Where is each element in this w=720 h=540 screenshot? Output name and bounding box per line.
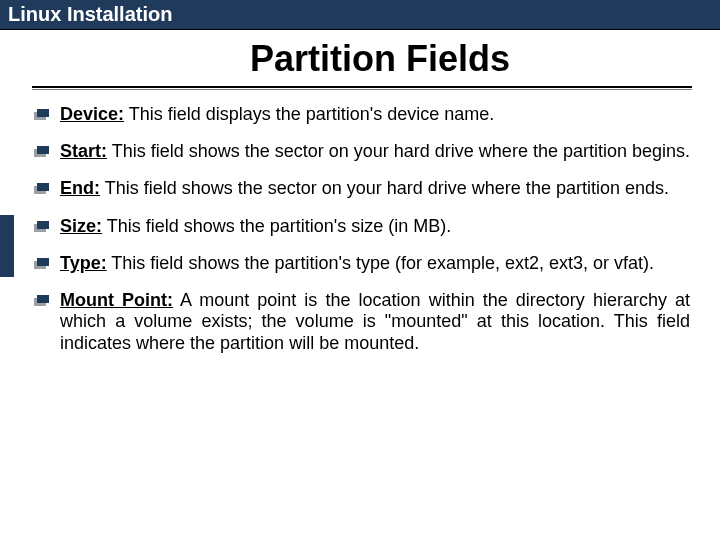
- list-item: Device: This field displays the partitio…: [34, 104, 690, 125]
- bullet-icon: [34, 258, 50, 269]
- item-label: End:: [60, 178, 100, 198]
- header-title: Linux Installation: [8, 3, 172, 25]
- list-item: Mount Point: A mount point is the locati…: [34, 290, 690, 354]
- bullet-icon: [34, 146, 50, 157]
- bullet-icon: [34, 295, 50, 306]
- item-label: Start:: [60, 141, 107, 161]
- item-desc: This field shows the partition's size (i…: [102, 216, 451, 236]
- item-text: Start: This field shows the sector on yo…: [60, 141, 690, 162]
- item-text: Type: This field shows the partition's t…: [60, 253, 690, 274]
- list-item: Type: This field shows the partition's t…: [34, 253, 690, 274]
- item-desc: This field displays the partition's devi…: [124, 104, 494, 124]
- item-label: Type:: [60, 253, 107, 273]
- item-label: Mount Point:: [60, 290, 173, 310]
- title-underline: [32, 86, 692, 90]
- bullet-icon: [34, 183, 50, 194]
- item-text: Device: This field displays the partitio…: [60, 104, 690, 125]
- bullet-icon: [34, 221, 50, 232]
- item-desc: This field shows the sector on your hard…: [100, 178, 669, 198]
- item-label: Device:: [60, 104, 124, 124]
- item-text: Mount Point: A mount point is the locati…: [60, 290, 690, 354]
- list-item: Size: This field shows the partition's s…: [34, 216, 690, 237]
- list-item: Start: This field shows the sector on yo…: [34, 141, 690, 162]
- list-item: End: This field shows the sector on your…: [34, 178, 690, 199]
- item-desc: This field shows the sector on your hard…: [107, 141, 690, 161]
- item-desc: This field shows the partition's type (f…: [107, 253, 654, 273]
- sidebar-accent: [0, 215, 14, 277]
- item-text: Size: This field shows the partition's s…: [60, 216, 690, 237]
- item-text: End: This field shows the sector on your…: [60, 178, 690, 199]
- page-title: Partition Fields: [0, 38, 720, 80]
- header-bar: Linux Installation: [0, 0, 720, 30]
- bullet-icon: [34, 109, 50, 120]
- content-area: Device: This field displays the partitio…: [34, 104, 690, 354]
- item-label: Size:: [60, 216, 102, 236]
